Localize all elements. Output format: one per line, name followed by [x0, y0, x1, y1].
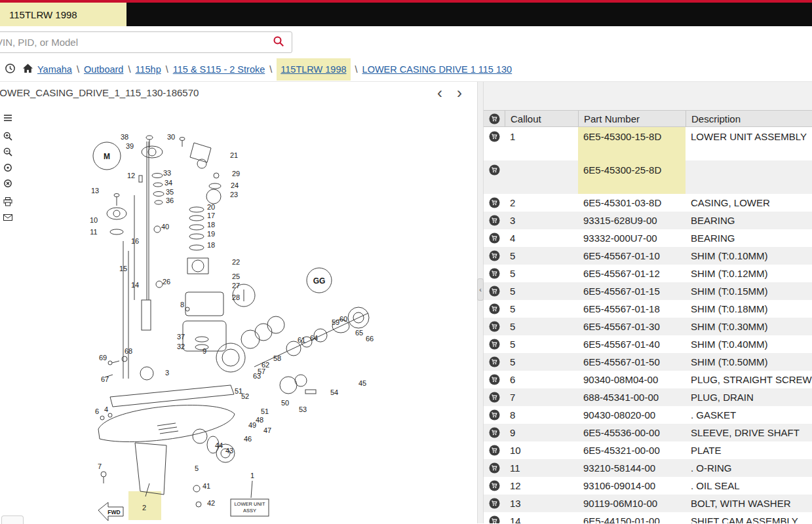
breadcrumb-item[interactable]: Outboard: [84, 64, 123, 75]
diagram-callout[interactable]: 51: [261, 407, 269, 415]
diagram-callout[interactable]: 67: [101, 375, 109, 383]
diagram-callout[interactable]: 7: [98, 462, 102, 470]
diagram-callout[interactable]: 29: [232, 170, 240, 178]
diagram-callout[interactable]: 4: [104, 405, 108, 413]
table-row[interactable]: 96E5-45536-00-00SLEEVE, DRIVE SHAFT: [484, 424, 812, 441]
diagram-callout[interactable]: 20: [207, 203, 215, 211]
diagram-callout[interactable]: 52: [241, 392, 249, 400]
diagram-callout[interactable]: 47: [263, 426, 271, 434]
diagram-callout[interactable]: 11: [90, 228, 97, 236]
breadcrumb-item[interactable]: Yamaha: [37, 64, 72, 75]
diagram-callout[interactable]: 60: [339, 315, 347, 323]
next-diagram-button[interactable]: ›: [455, 85, 464, 101]
add-to-cart-button[interactable]: [484, 300, 505, 318]
table-row[interactable]: 1390119-06M10-00BOLT, WITH WASHER: [484, 495, 812, 512]
fit-button[interactable]: [0, 160, 15, 176]
history-button[interactable]: [2, 62, 18, 77]
add-to-cart-button[interactable]: [484, 229, 505, 247]
diagram-callout[interactable]: 9: [203, 347, 206, 355]
diagram-callout[interactable]: 1: [250, 472, 254, 479]
browser-tab[interactable]: 115TLRW 1998: [0, 3, 126, 26]
diagram-callout[interactable]: 46: [244, 435, 252, 443]
reset-button[interactable]: [0, 176, 15, 191]
add-to-cart-button[interactable]: [484, 353, 505, 371]
breadcrumb-item[interactable]: 115hp: [135, 64, 161, 75]
diagram-callout[interactable]: 22: [232, 258, 240, 266]
diagram-callout[interactable]: 50: [281, 399, 289, 407]
add-to-cart-button[interactable]: [484, 127, 505, 160]
add-to-cart-button[interactable]: [484, 247, 505, 265]
diagram-callout[interactable]: 61: [298, 336, 305, 344]
diagram-callout[interactable]: 37: [177, 333, 185, 341]
table-row[interactable]: 106E5-45321-00-00PLATE: [484, 441, 812, 459]
pane-splitter[interactable]: ‹: [477, 82, 484, 523]
diagram-callout[interactable]: 69: [99, 354, 107, 362]
table-row[interactable]: 493332-000U7-00BEARING: [484, 229, 812, 247]
table-row[interactable]: 26E5-45301-03-8DCASING, LOWER: [484, 194, 812, 212]
add-to-cart-button[interactable]: [484, 459, 505, 477]
diagram-callout[interactable]: 35: [166, 188, 174, 196]
zoom-out-button[interactable]: [0, 144, 15, 160]
add-to-cart-button[interactable]: [484, 388, 505, 406]
home-button[interactable]: [20, 62, 35, 77]
breadcrumb-item[interactable]: 115 & S115 - 2 Stroke: [173, 64, 265, 75]
diagram-callout[interactable]: 19: [207, 230, 215, 238]
add-to-cart-button[interactable]: [484, 441, 505, 459]
diagram-callout[interactable]: 41: [203, 482, 210, 490]
table-row[interactable]: 56E5-45567-01-10SHIM (T:0.10MM): [484, 247, 812, 265]
table-row[interactable]: 56E5-45567-01-50SHIM (T:0.50MM): [484, 353, 812, 371]
diagram-callout[interactable]: 63: [253, 372, 261, 380]
add-to-cart-button[interactable]: [484, 335, 505, 353]
breadcrumb-item[interactable]: LOWER CASING DRIVE 1 115 130: [362, 64, 512, 75]
diagram-callout[interactable]: 23: [230, 191, 238, 198]
table-row[interactable]: 146E5-44150-01-00SHIFT CAM ASSEMBLY: [484, 512, 812, 523]
table-row[interactable]: 56E5-45567-01-30SHIM (T:0.30MM): [484, 318, 812, 335]
diagram-callout[interactable]: 64: [310, 334, 318, 342]
previous-diagram-button[interactable]: ‹: [435, 85, 444, 101]
table-row[interactable]: 6E5-45300-25-8D: [484, 160, 812, 194]
table-row[interactable]: 1293106-09014-00. OIL SEAL: [484, 477, 812, 495]
add-to-cart-button[interactable]: [484, 282, 505, 300]
diagram-callout[interactable]: 12: [127, 172, 135, 179]
add-to-cart-button[interactable]: [484, 495, 505, 512]
diagram-callout[interactable]: 40: [161, 223, 169, 231]
diagram-callout[interactable]: 42: [207, 499, 215, 507]
add-to-cart-button[interactable]: [484, 424, 505, 441]
diagram-callout[interactable]: 25: [232, 272, 240, 280]
add-to-cart-button[interactable]: [484, 160, 505, 194]
add-to-cart-button[interactable]: [484, 212, 505, 229]
diagram-callout[interactable]: 15: [119, 265, 127, 272]
diagram-callout[interactable]: 54: [330, 388, 338, 396]
table-row[interactable]: 1193210-58144-00. O-RING: [484, 459, 812, 477]
table-row[interactable]: 56E5-45567-01-15SHIM (T:0.15MM): [484, 282, 812, 300]
diagram-callout[interactable]: 10: [90, 216, 98, 224]
diagram-callout[interactable]: 59: [332, 318, 339, 326]
diagram-callout[interactable]: 8: [180, 301, 184, 309]
diagram-callout[interactable]: 58: [273, 354, 281, 362]
diagram-callout[interactable]: 53: [299, 405, 307, 413]
add-to-cart-button[interactable]: [484, 512, 505, 523]
diagram-callout[interactable]: 28: [232, 293, 240, 301]
email-button[interactable]: [0, 210, 15, 225]
add-to-cart-button[interactable]: [484, 477, 505, 495]
diagram-callout[interactable]: 18: [207, 221, 215, 229]
zoom-in-button[interactable]: [0, 128, 15, 144]
diagram-callout[interactable]: 68: [125, 347, 132, 355]
diagram-callout[interactable]: 2: [142, 504, 146, 512]
diagram-callout[interactable]: 27: [232, 282, 240, 290]
add-to-cart-button[interactable]: [484, 194, 505, 212]
diagram-callout[interactable]: 45: [358, 379, 366, 387]
diagram-callout[interactable]: 3: [165, 369, 169, 377]
table-row[interactable]: 56E5-45567-01-40SHIM (T:0.40MM): [484, 335, 812, 353]
diagram-callout[interactable]: 14: [131, 281, 139, 289]
search-input[interactable]: [0, 37, 265, 48]
diagram-callout[interactable]: 36: [166, 196, 174, 204]
diagram-callout[interactable]: 26: [163, 278, 170, 286]
table-row[interactable]: 690340-08M04-00PLUG, STRAIGHT SCREW: [484, 371, 812, 388]
diagram-callout[interactable]: 17: [207, 212, 215, 219]
add-to-cart-button[interactable]: [484, 406, 505, 424]
diagram-callout[interactable]: 18: [207, 241, 215, 249]
menu-button[interactable]: [0, 110, 15, 126]
add-to-cart-button[interactable]: [484, 265, 505, 282]
corner-widget[interactable]: [1, 515, 24, 524]
